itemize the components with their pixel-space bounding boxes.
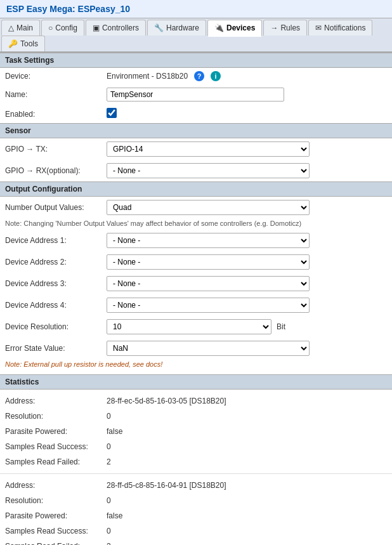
- error-state-cell: NaN: [101, 338, 392, 359]
- tab-config[interactable]: ○ Config: [41, 20, 84, 36]
- stats-parasite-row-0: Parasite Powered: false: [0, 424, 392, 439]
- stats-parasite-label-1: Parasite Powered:: [0, 508, 101, 523]
- stats-table-1: Address: 28-ff-d5-c8-85-16-04-91 [DS18B2…: [0, 478, 392, 545]
- statistics-groups: Address: 28-ff-ec-5d-85-16-03-05 [DS18B2…: [0, 390, 392, 545]
- stats-success-row-0: Samples Read Success: 0: [0, 439, 392, 454]
- gpio-rx-cell: - None -: [101, 160, 392, 181]
- stats-success-label-1: Samples Read Success:: [0, 523, 101, 539]
- name-input[interactable]: [107, 88, 284, 102]
- task-settings-table: Device: Environment - DS18b20 ? i Name: …: [0, 68, 392, 123]
- error-state-row: Error State Value: NaN: [0, 338, 392, 359]
- stats-addr-row-1: Address: 28-ff-d5-c8-85-16-04-91 [DS18B2…: [0, 478, 392, 493]
- device-value-cell: Environment - DS18b20 ? i: [101, 68, 392, 84]
- stats-group-1: Address: 28-ff-d5-c8-85-16-04-91 [DS18B2…: [0, 474, 392, 545]
- device-addr3-select[interactable]: - None -: [107, 276, 310, 291]
- num-output-row: Number Output Values: Quad: [0, 197, 392, 218]
- gpio-tx-cell: GPIO-14: [101, 138, 392, 160]
- stats-failed-value-0: 2: [101, 454, 392, 469]
- device-addr1-select[interactable]: - None -: [107, 233, 310, 248]
- stats-addr-label-0: Address:: [0, 393, 101, 409]
- stats-group-0: Address: 28-ff-ec-5d-85-16-03-05 [DS18B2…: [0, 390, 392, 474]
- enabled-row: Enabled:: [0, 105, 392, 123]
- info-icon[interactable]: i: [211, 71, 221, 81]
- error-state-label: Error State Value:: [0, 338, 101, 359]
- tab-devices[interactable]: 🔌 Devices: [207, 20, 262, 37]
- stats-success-label-0: Samples Read Success:: [0, 439, 101, 454]
- tab-tools[interactable]: 🔑 Tools: [1, 36, 45, 51]
- tab-config-label: Config: [55, 23, 77, 32]
- output-note1: Note: Changing 'Number Output Values' ma…: [0, 218, 392, 230]
- stats-res-value-0: 0: [101, 409, 392, 424]
- output-config-table: Number Output Values: Quad: [0, 197, 392, 218]
- stats-success-row-1: Samples Read Success: 0: [0, 523, 392, 539]
- controllers-icon: ▣: [93, 23, 100, 32]
- stats-res-label-0: Resolution:: [0, 409, 101, 424]
- num-output-select[interactable]: Quad: [107, 200, 310, 215]
- tab-devices-label: Devices: [226, 23, 255, 32]
- device-addr2-label: Device Address 2:: [0, 251, 101, 273]
- stats-failed-label-0: Samples Read Failed:: [0, 454, 101, 469]
- stats-failed-value-1: 2: [101, 539, 392, 545]
- name-label: Name:: [0, 84, 101, 105]
- stats-addr-label-1: Address:: [0, 478, 101, 493]
- device-value: Environment - DS18b20: [107, 72, 188, 81]
- device-resolution-row: Device Resolution: 10 Bit: [0, 316, 392, 338]
- tab-hardware[interactable]: 🔧 Hardware: [147, 20, 206, 36]
- num-output-label: Number Output Values:: [0, 197, 101, 218]
- notifications-icon: ✉: [315, 23, 322, 32]
- device-addr4-cell: - None -: [101, 294, 392, 316]
- name-input-cell: [101, 84, 392, 105]
- stats-res-value-1: 0: [101, 493, 392, 508]
- output-note2: Note: External pull up resistor is neede…: [0, 359, 392, 371]
- device-resolution-cell: 10 Bit: [101, 316, 392, 338]
- enabled-checkbox[interactable]: [107, 108, 117, 118]
- error-state-select[interactable]: NaN: [107, 341, 310, 356]
- stats-parasite-value-0: false: [101, 424, 392, 439]
- device-resolution-select[interactable]: 10: [107, 319, 271, 334]
- tab-notifications[interactable]: ✉ Notifications: [308, 20, 372, 36]
- stats-parasite-label-0: Parasite Powered:: [0, 424, 101, 439]
- name-row: Name:: [0, 84, 392, 105]
- sensor-table: GPIO → TX: GPIO-14 GPIO → RX(optional): …: [0, 138, 392, 181]
- device-row: Device: Environment - DS18b20 ? i: [0, 68, 392, 84]
- enabled-label: Enabled:: [0, 105, 101, 123]
- device-addr4-row: Device Address 4: - None -: [0, 294, 392, 316]
- device-addr3-cell: - None -: [101, 273, 392, 294]
- device-addr4-select[interactable]: - None -: [107, 298, 310, 313]
- tab-notifications-label: Notifications: [324, 23, 365, 32]
- help-icon[interactable]: ?: [194, 71, 204, 81]
- device-addr3-row: Device Address 3: - None -: [0, 273, 392, 294]
- title-text: ESP Easy Mega: ESPeasy_10: [6, 4, 130, 14]
- gpio-rx-select[interactable]: - None -: [107, 163, 310, 178]
- gpio-tx-select[interactable]: GPIO-14: [107, 141, 310, 157]
- bit-label: Bit: [277, 322, 285, 331]
- task-settings-header: Task Settings: [0, 53, 392, 68]
- title-bar: ESP Easy Mega: ESPeasy_10: [0, 0, 392, 18]
- tab-controllers[interactable]: ▣ Controllers: [86, 20, 146, 36]
- stats-failed-label-1: Samples Read Failed:: [0, 539, 101, 545]
- device-addr1-row: Device Address 1: - None -: [0, 230, 392, 251]
- device-addr1-label: Device Address 1:: [0, 230, 101, 251]
- config-icon: ○: [48, 23, 53, 32]
- tab-rules[interactable]: → Rules: [263, 20, 307, 36]
- num-output-cell: Quad: [101, 197, 392, 218]
- device-address-table: Device Address 1: - None - Device Addres…: [0, 230, 392, 359]
- device-label: Device:: [0, 68, 101, 84]
- stats-parasite-row-1: Parasite Powered: false: [0, 508, 392, 523]
- sensor-header: Sensor: [0, 123, 392, 138]
- tab-tools-label: Tools: [20, 39, 38, 48]
- device-addr1-cell: - None -: [101, 230, 392, 251]
- device-addr2-select[interactable]: - None -: [107, 254, 310, 270]
- stats-addr-row-0: Address: 28-ff-ec-5d-85-16-03-05 [DS18B2…: [0, 393, 392, 409]
- gpio-tx-row: GPIO → TX: GPIO-14: [0, 138, 392, 160]
- tab-main[interactable]: △ Main: [1, 20, 40, 36]
- device-resolution-label: Device Resolution:: [0, 316, 101, 338]
- hardware-icon: 🔧: [154, 23, 164, 32]
- rules-icon: →: [270, 23, 278, 32]
- device-addr3-label: Device Address 3:: [0, 273, 101, 294]
- stats-failed-row-0: Samples Read Failed: 2: [0, 454, 392, 469]
- main-content: Task Settings Device: Environment - DS18…: [0, 53, 392, 545]
- stats-parasite-value-1: false: [101, 508, 392, 523]
- stats-success-value-1: 0: [101, 523, 392, 539]
- output-config-header: Output Configuration: [0, 181, 392, 197]
